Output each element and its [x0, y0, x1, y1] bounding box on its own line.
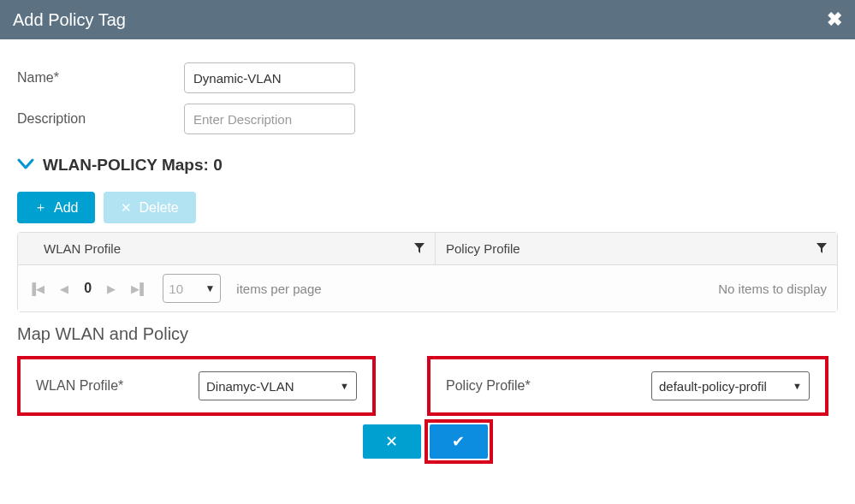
wlan-policy-maps-section[interactable]: WLAN-POLICY Maps: 0 — [17, 156, 838, 175]
dialog-title: Add Policy Tag — [13, 10, 126, 30]
pager: ▐◀ ◀ 0 ▶ ▶▌ 10 ▼ items per page — [28, 274, 322, 303]
policy-profile-label: Policy Profile* — [446, 378, 651, 394]
dialog-content: Name* Description WLAN-POLICY Maps: 0 ＋ … — [0, 39, 855, 477]
check-icon: ✔ — [452, 432, 465, 451]
x-icon: ✕ — [385, 432, 398, 451]
description-input[interactable] — [184, 104, 355, 134]
table-header: WLAN Profile Policy Profile — [18, 233, 837, 265]
caret-down-icon: ▼ — [793, 381, 802, 391]
current-page: 0 — [84, 281, 92, 296]
policy-profile-select[interactable]: default-policy-profil ▼ — [651, 371, 810, 400]
x-icon: ✕ — [121, 200, 132, 216]
caret-down-icon: ▼ — [205, 282, 215, 294]
first-page-icon[interactable]: ▐◀ — [28, 282, 45, 295]
filter-icon[interactable] — [414, 242, 425, 256]
delete-label: Delete — [139, 200, 178, 216]
col-policy-label: Policy Profile — [446, 241, 520, 256]
table-footer: ▐◀ ◀ 0 ▶ ▶▌ 10 ▼ items per page No items… — [18, 265, 837, 311]
col-wlan-profile[interactable]: WLAN Profile — [18, 233, 436, 264]
map-title: Map WLAN and Policy — [17, 324, 838, 344]
no-items-label: No items to display — [718, 282, 827, 296]
name-label: Name* — [17, 70, 184, 86]
page-size-value: 10 — [169, 282, 183, 296]
action-buttons: ＋ Add ✕ Delete — [17, 192, 838, 223]
plus-icon: ＋ — [34, 199, 47, 216]
policy-profile-group: Policy Profile* default-policy-profil ▼ — [427, 356, 828, 416]
delete-button[interactable]: ✕ Delete — [104, 192, 195, 223]
wlan-profile-label: WLAN Profile* — [36, 378, 199, 394]
description-label: Description — [17, 111, 184, 127]
confirm-button[interactable]: ✔ — [430, 424, 488, 459]
filter-icon[interactable] — [816, 242, 827, 256]
maps-table: WLAN Profile Policy Profile ▐◀ ◀ 0 ▶ ▶▌ — [17, 232, 838, 312]
last-page-icon[interactable]: ▶▌ — [131, 282, 147, 295]
description-row: Description — [17, 104, 838, 134]
next-page-icon[interactable]: ▶ — [107, 282, 116, 295]
confirm-highlight: ✔ — [425, 419, 493, 464]
col-wlan-label: WLAN Profile — [44, 241, 121, 256]
confirm-row: ✕ ✔ — [17, 419, 838, 464]
name-row: Name* — [17, 62, 838, 93]
prev-page-icon[interactable]: ◀ — [60, 282, 68, 295]
policy-profile-value: default-policy-profil — [659, 379, 767, 394]
wlan-profile-value: Dinamyc-VLAN — [206, 379, 294, 394]
maps-count: 0 — [213, 156, 223, 175]
dialog-header: Add Policy Tag ✖ — [0, 0, 855, 39]
col-policy-profile[interactable]: Policy Profile — [436, 233, 837, 264]
chevron-down-icon — [17, 157, 34, 175]
section-title-text: WLAN-POLICY Maps: — [43, 156, 209, 175]
cancel-button[interactable]: ✕ — [363, 424, 421, 459]
wlan-profile-select[interactable]: Dinamyc-VLAN ▼ — [199, 371, 357, 400]
page-size-select[interactable]: 10 ▼ — [163, 274, 221, 303]
name-input[interactable] — [184, 62, 355, 93]
items-per-page-label: items per page — [236, 282, 321, 296]
wlan-profile-group: WLAN Profile* Dinamyc-VLAN ▼ — [17, 356, 376, 416]
add-label: Add — [54, 200, 78, 216]
caret-down-icon: ▼ — [340, 381, 349, 391]
map-row: WLAN Profile* Dinamyc-VLAN ▼ Policy Prof… — [17, 356, 838, 416]
close-icon[interactable]: ✖ — [827, 9, 842, 31]
add-button[interactable]: ＋ Add — [17, 192, 95, 223]
